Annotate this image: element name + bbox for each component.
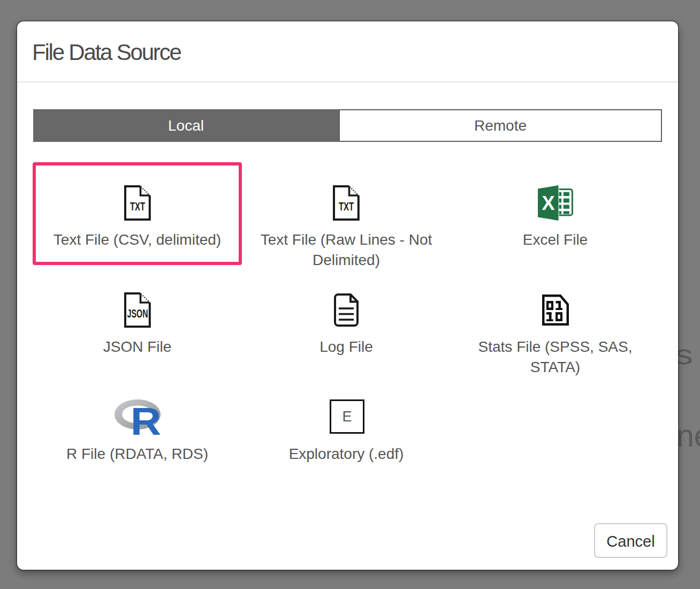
svg-text:R: R	[131, 399, 161, 435]
svg-text:JSON: JSON	[127, 307, 148, 320]
svg-text:E: E	[342, 409, 352, 425]
svg-text:X: X	[542, 192, 554, 214]
svg-text:TXT: TXT	[339, 200, 354, 214]
